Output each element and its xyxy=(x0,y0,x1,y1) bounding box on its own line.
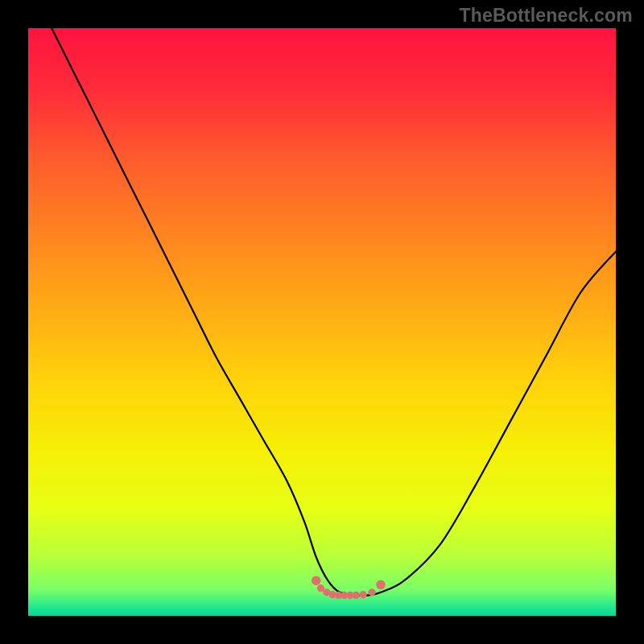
marker-dot xyxy=(353,592,360,599)
marker-dot xyxy=(376,580,386,590)
marker-dot xyxy=(312,576,321,585)
chart-frame: TheBottleneck.com xyxy=(0,0,644,644)
plot-area xyxy=(28,28,616,616)
flat-segment-markers xyxy=(312,576,386,599)
bottleneck-curve xyxy=(28,28,616,616)
watermark-text: TheBottleneck.com xyxy=(459,5,633,27)
marker-dot xyxy=(360,591,367,598)
marker-dot xyxy=(368,588,375,596)
